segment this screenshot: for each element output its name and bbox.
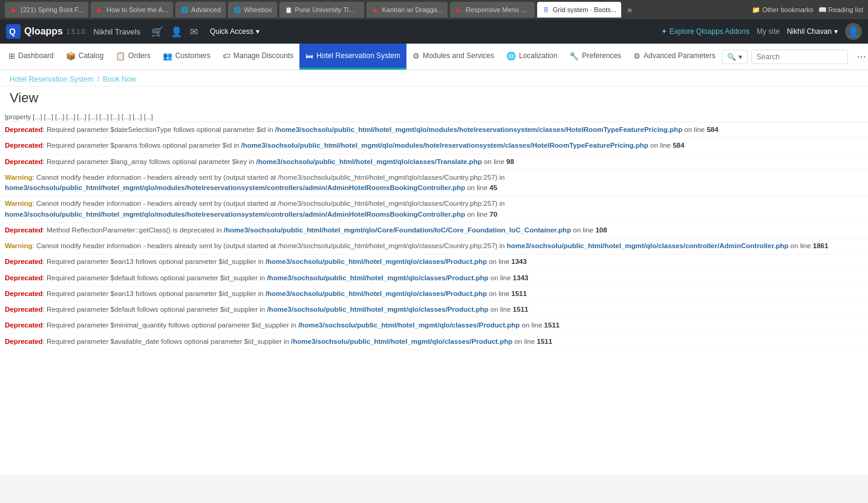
nav-item-hotel[interactable]: 🛏 Hotel Reservation System [299,44,406,70]
quick-access-arrow-icon: ▾ [256,27,259,36]
user-icon[interactable]: 👤 [171,26,183,38]
nav-item-customers[interactable]: 👥 Customers [157,44,217,70]
log-line-9: Deprecated: Required parameter $default … [0,271,868,286]
tab-label-1: (221) Spring Boot F... [21,6,83,13]
log-line-4: Warning: Cannot modify header informatio… [0,170,868,197]
log-linetext-3: on line [482,158,506,165]
nav-item-modules[interactable]: ⚙ Modules and Services [406,44,500,70]
bookmark-other[interactable]: 📁 Other bookmarks [752,6,813,14]
log-label-2: Deprecated [5,142,43,149]
avatar: 👤 [845,23,862,40]
log-linetext-5: on line [465,211,489,218]
more-tabs-button[interactable]: » [624,4,636,16]
browser-tab-8[interactable]: B Grid system · Boots... [537,2,621,18]
logo-text: Qloapps [24,26,63,37]
log-label-9: Deprecated [5,274,43,281]
log-linenum-2: 584 [673,142,684,149]
log-linetext-7: on line [789,242,813,249]
nav-more-button[interactable]: ⋯ [852,51,868,62]
search-dropdown-button[interactable]: 🔍 ▾ [722,50,748,64]
quick-access-button[interactable]: Quick Access ▾ [210,27,259,36]
logo-area: Q Qloapps 1.5.1.0 [6,24,85,39]
log-linenum-8: 1343 [511,258,527,265]
tab-icon-7: ▶ [455,5,463,14]
tab-label-7: Responsive Menu Bar [466,6,530,13]
nav-item-localization[interactable]: 🌐 Localization [500,44,563,70]
log-linenum-4: 45 [489,184,497,191]
log-linenum-5: 70 [489,211,497,218]
browser-tab-4[interactable]: 🌐 Wheebox [228,2,276,18]
log-linenum-12: 1511 [544,321,560,329]
log-path-8: /home3/sochsolu/public_html/hotel_mgmt/q… [266,258,487,265]
nav-item-discounts[interactable]: 🏷 Manage Discounts [217,44,299,70]
nav-label-catalog: Catalog [79,51,103,60]
log-normal-5: : Cannot modify header information - hea… [33,200,505,207]
tab-icon-8: B [542,5,550,14]
tab-icon-1: ▶ [10,5,18,14]
breadcrumb-booknow[interactable]: Book Now [103,75,136,84]
user-name-text: Nikhil Chavan [787,27,832,36]
log-line-13: Deprecated: Required parameter $availabl… [0,334,868,350]
orders-icon: 📋 [116,51,125,61]
log-linenum-9: 1343 [513,274,529,281]
topbar-icons: 🛒 👤 ✉ [151,26,198,38]
log-normal-7: : Cannot modify header information - hea… [33,242,507,249]
tab-icon-5: 📋 [284,5,293,14]
customers-icon: 👥 [163,51,172,61]
nav-item-orders[interactable]: 📋 Orders [109,44,157,70]
my-site-link[interactable]: My site [757,27,780,36]
explore-addons-link[interactable]: ✦ Explore Qloapps Addons [661,27,749,36]
log-linenum-10: 1511 [511,290,527,297]
quick-access-label: Quick Access [210,27,253,36]
nav-bar: ⊞ Dashboard 📦 Catalog 📋 Orders 👥 Custome… [0,44,868,70]
log-linetext-1: on line [682,126,706,133]
preferences-icon: 🔧 [569,51,579,61]
nav-item-catalog[interactable]: 📦 Catalog [60,44,109,70]
log-label-10: Deprecated [5,290,43,297]
tab-icon-3: 🌐 [180,5,189,14]
browser-tab-1[interactable]: ▶ (221) Spring Boot F... [5,2,88,18]
cart-icon[interactable]: 🛒 [151,26,163,38]
log-normal-4: : Cannot modify header information - hea… [33,174,505,181]
nav-label-dashboard: Dashboard [18,51,54,60]
log-path-4: home3/sochsolu/public_html/hotel_mgmt/ql… [5,184,465,191]
log-linenum-3: 98 [506,158,514,165]
tab-icon-6: ▶ [371,5,380,14]
log-label-6: Deprecated [5,226,43,234]
envelope-icon[interactable]: ✉ [190,26,198,38]
shop-name: Nikhil Travels [94,27,140,36]
nav-label-hotel: Hotel Reservation System [316,51,400,60]
log-linenum-7: 1861 [813,242,829,249]
log-label-5: Warning [5,200,33,207]
log-path-3: /home3/sochsolu/public_html/hotel_mgmt/q… [256,158,482,165]
search-input[interactable] [751,50,848,64]
star-icon: ✦ [661,27,667,36]
nav-label-modules: Modules and Services [423,51,494,60]
browser-tab-3[interactable]: 🌐 Advanced [175,2,226,18]
log-normal-13: : Required parameter $available_date fol… [43,338,291,345]
browser-tab-5[interactable]: 📋 Pune University Tim... [279,2,364,18]
main-content: |property [...] [...] [...] [...] [...] … [0,112,868,475]
browser-tab-2[interactable]: ▶ How to Solve the A... [91,2,173,18]
browser-tab-7[interactable]: ▶ Responsive Menu Bar [450,2,535,18]
breadcrumb-hotel[interactable]: Hotel Reservation System [10,75,94,84]
log-label-11: Deprecated [5,306,43,313]
log-path-6: /home3/sochsolu/public_html/hotel_mgmt/q… [224,226,571,234]
nav-item-preferences[interactable]: 🔧 Preferences [563,44,627,70]
log-path-9: /home3/sochsolu/public_html/hotel_mgmt/q… [267,274,488,281]
bookmark-reading[interactable]: 📖 Reading list [818,6,863,14]
nav-item-advanced[interactable]: ⚙ Advanced Parameters [627,44,722,70]
log-normal-2: : Required parameter $params follows opt… [43,142,241,149]
tab-label-3: Advanced [191,6,221,13]
tab-icon-2: ▶ [96,5,104,14]
log-linetext-2: on line [648,142,673,149]
hotel-icon: 🛏 [305,51,313,61]
user-name-button[interactable]: Nikhil Chavan ▾ [787,27,838,36]
nav-label-orders: Orders [128,51,151,60]
log-label-12: Deprecated [5,321,43,329]
log-path-11: /home3/sochsolu/public_html/hotel_mgmt/q… [267,306,488,313]
nav-item-dashboard[interactable]: ⊞ Dashboard [2,44,60,70]
browser-tab-6[interactable]: ▶ Kanban w/ Dragga... [367,2,448,18]
log-linetext-12: on line [520,321,544,329]
log-path-5: home3/sochsolu/public_html/hotel_mgmt/ql… [5,211,465,218]
